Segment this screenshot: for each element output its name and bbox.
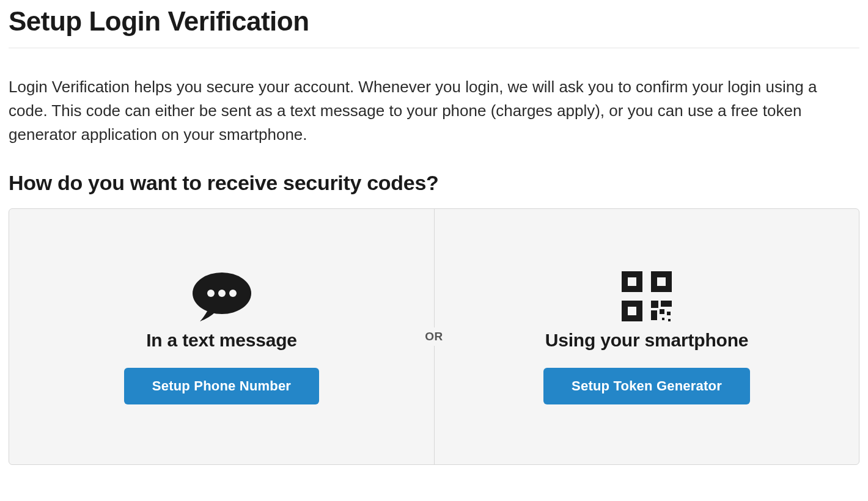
svg-rect-5 — [628, 277, 636, 286]
speech-bubble-icon — [185, 269, 259, 324]
svg-rect-9 — [628, 307, 636, 315]
svg-rect-12 — [651, 310, 657, 320]
page-title: Setup Login Verification — [9, 6, 859, 48]
setup-token-generator-button[interactable]: Setup Token Generator — [543, 368, 750, 404]
option-text-message: In a text message Setup Phone Number — [9, 209, 434, 464]
svg-point-1 — [207, 290, 215, 297]
options-panel: In a text message Setup Phone Number — [9, 208, 859, 465]
option-smartphone-title: Using your smartphone — [545, 330, 749, 351]
svg-rect-7 — [657, 277, 666, 286]
svg-rect-13 — [660, 309, 664, 314]
svg-rect-15 — [662, 318, 664, 320]
subheading: How do you want to receive security code… — [9, 171, 859, 195]
svg-rect-14 — [667, 312, 671, 315]
svg-rect-16 — [668, 319, 671, 321]
svg-point-3 — [229, 290, 237, 297]
qr-code-icon — [610, 269, 683, 324]
svg-point-2 — [218, 290, 226, 297]
svg-rect-11 — [661, 301, 672, 307]
option-text-message-title: In a text message — [146, 330, 297, 351]
svg-rect-10 — [651, 301, 658, 308]
setup-phone-number-button[interactable]: Setup Phone Number — [124, 368, 319, 404]
option-smartphone: Using your smartphone Setup Token Genera… — [434, 209, 859, 464]
intro-text: Login Verification helps you secure your… — [9, 75, 859, 147]
